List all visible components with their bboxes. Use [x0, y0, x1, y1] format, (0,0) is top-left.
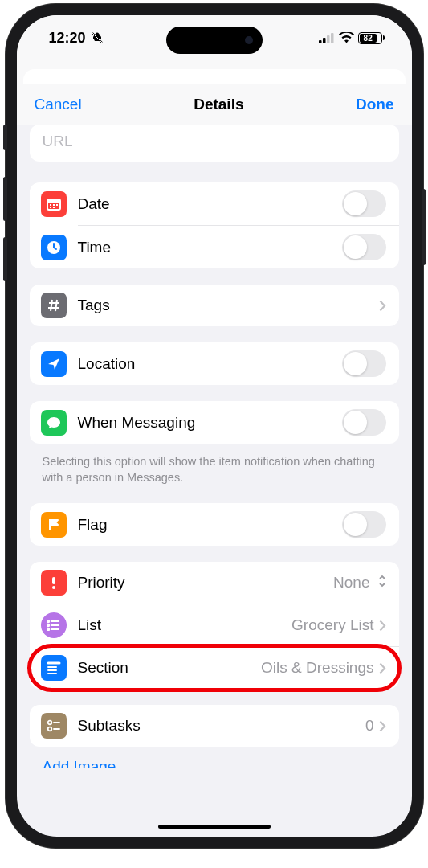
date-row[interactable]: Date: [30, 182, 399, 225]
battery-indicator: 82: [358, 32, 385, 44]
chevron-right-icon: [379, 300, 386, 312]
section-value: Oils & Dressings: [261, 659, 373, 677]
svg-rect-7: [47, 199, 60, 203]
section-icon: [41, 655, 67, 681]
location-label: Location: [78, 355, 342, 373]
svg-point-22: [47, 624, 50, 627]
cellular-signal-icon: [319, 33, 335, 43]
sheet-stack-indicator: [17, 60, 412, 84]
add-image-link[interactable]: Add Image: [30, 756, 399, 768]
time-toggle[interactable]: [342, 234, 386, 260]
chevron-right-icon: [379, 620, 386, 632]
svg-rect-12: [53, 207, 55, 208]
silent-mode-icon: [91, 31, 104, 44]
time-label: Time: [78, 239, 342, 256]
dynamic-island: [166, 27, 263, 54]
list-label: List: [78, 616, 292, 634]
nav-bar: Cancel Details Done: [17, 84, 412, 125]
phone-frame: 12:20: [6, 4, 423, 848]
url-field[interactable]: URL: [30, 125, 399, 162]
section-row[interactable]: Section Oils & Dressings: [30, 647, 399, 689]
battery-percentage: 82: [360, 34, 377, 43]
svg-rect-3: [323, 38, 326, 43]
priority-icon: [41, 570, 67, 596]
svg-point-30: [47, 721, 51, 725]
volume-up-button: [3, 177, 7, 221]
svg-point-32: [47, 727, 51, 731]
messaging-footer-note: Selecting this option will show the item…: [30, 448, 399, 485]
when-messaging-label: When Messaging: [78, 414, 342, 432]
when-messaging-toggle[interactable]: [342, 409, 386, 436]
chevron-right-icon: [379, 662, 386, 674]
date-toggle[interactable]: [342, 190, 386, 217]
chevron-right-icon: [379, 720, 386, 732]
details-content[interactable]: URL Date: [17, 125, 412, 829]
svg-line-16: [51, 300, 52, 311]
url-placeholder: URL: [43, 133, 73, 149]
location-toggle[interactable]: [342, 350, 386, 377]
clock-icon: [41, 235, 67, 260]
svg-point-20: [47, 620, 50, 623]
flag-toggle[interactable]: [342, 511, 386, 538]
flag-label: Flag: [78, 516, 342, 534]
list-row[interactable]: List Grocery List: [30, 604, 399, 646]
calendar-icon: [41, 191, 67, 217]
screen: 12:20: [17, 15, 412, 837]
hashtag-icon: [41, 293, 67, 318]
power-button: [422, 189, 426, 265]
location-row[interactable]: Location: [30, 342, 399, 385]
flag-icon: [41, 512, 67, 538]
updown-icon: [378, 575, 386, 591]
svg-rect-8: [50, 204, 51, 206]
section-label: Section: [78, 659, 262, 677]
when-messaging-row[interactable]: When Messaging: [30, 401, 399, 444]
tags-label: Tags: [78, 297, 379, 314]
mute-switch: [3, 125, 7, 150]
wifi-icon: [339, 32, 354, 43]
subtasks-row[interactable]: Subtasks 0: [30, 705, 399, 747]
priority-label: Priority: [78, 574, 334, 592]
time-row[interactable]: Time: [30, 226, 399, 268]
svg-line-17: [55, 300, 57, 311]
subtasks-value: 0: [365, 717, 374, 735]
svg-rect-18: [52, 577, 55, 584]
svg-rect-11: [50, 207, 51, 208]
volume-down-button: [3, 237, 7, 281]
svg-point-19: [52, 586, 55, 589]
svg-rect-9: [53, 204, 55, 206]
subtasks-label: Subtasks: [78, 717, 365, 735]
tags-row[interactable]: Tags: [30, 285, 399, 326]
flag-row[interactable]: Flag: [30, 503, 399, 546]
list-value: Grocery List: [291, 616, 373, 634]
svg-rect-5: [331, 33, 334, 43]
done-button[interactable]: Done: [356, 96, 394, 113]
list-icon: [41, 612, 67, 638]
svg-rect-4: [327, 35, 330, 43]
subtasks-icon: [41, 713, 67, 739]
home-indicator[interactable]: [158, 825, 271, 829]
cancel-button[interactable]: Cancel: [35, 96, 82, 113]
date-label: Date: [78, 195, 342, 213]
priority-row[interactable]: Priority None: [30, 562, 399, 604]
camera-dot: [245, 36, 253, 44]
status-time: 12:20: [49, 30, 86, 47]
svg-rect-2: [319, 40, 322, 43]
priority-value: None: [333, 574, 369, 592]
svg-point-24: [47, 628, 50, 631]
message-icon: [41, 410, 67, 436]
page-title: Details: [194, 96, 243, 113]
location-icon: [41, 351, 67, 377]
svg-rect-10: [56, 204, 58, 206]
